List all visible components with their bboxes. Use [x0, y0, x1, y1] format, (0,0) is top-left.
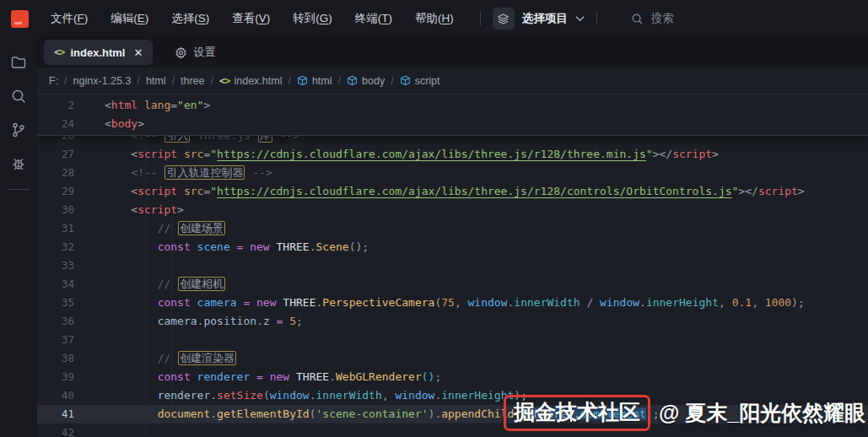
code-text: <body>	[86, 115, 144, 133]
code-token: .	[329, 370, 336, 383]
tab-index-html[interactable]: <> index.html ✕	[44, 40, 153, 65]
code-line-28[interactable]: 28 <!-- 引入轨道控制器 -->	[37, 164, 868, 182]
code-line-39[interactable]: 39 const renderer = new THREE.WebGLRende…	[37, 368, 868, 386]
sidebar-item-source-control[interactable]	[0, 113, 37, 147]
code-token: window	[600, 296, 639, 309]
tab-settings[interactable]: 设置	[164, 40, 225, 65]
code-line-36[interactable]: 36 camera.position.z = 5;	[37, 312, 868, 331]
line-number[interactable]: 38	[37, 349, 86, 368]
line-number[interactable]: 35	[37, 294, 86, 312]
line-number[interactable]: 40	[37, 386, 86, 405]
code-line-34[interactable]: 34 // 创建相机	[37, 275, 868, 294]
code-editor[interactable]: 26 <!-- 引入 Three.js 库 -->27 <script src=…	[37, 94, 868, 437]
line-number[interactable]: 30	[37, 201, 86, 219]
breadcrumb-item-script[interactable]: script	[400, 75, 440, 87]
line-number[interactable]: 37	[37, 331, 86, 349]
line-number[interactable]: 33	[37, 256, 86, 275]
line-number[interactable]: 28	[37, 164, 86, 182]
breadcrumb-label: index.html	[234, 75, 282, 87]
code-token: "en"	[177, 99, 203, 111]
code-token: body	[111, 117, 137, 130]
sidebar-item-search[interactable]	[0, 79, 37, 113]
code-token	[230, 240, 237, 253]
menu-item-3[interactable]: 查看(V)	[224, 7, 278, 30]
code-token: https://cdnjs.cloudflare.com/ajax/libs/t…	[217, 148, 646, 160]
menu-bar: 文件(F)编辑(E)选择(S)查看(V)转到(G)终端(T)帮助(H)	[42, 7, 468, 30]
code-line-37[interactable]: 37	[37, 331, 868, 349]
code-text: renderer.setSize(window.innerWidth, wind…	[86, 386, 527, 405]
code-token: 'scene-container'	[315, 407, 428, 420]
tab-bar: <> index.html ✕ 设置	[37, 37, 868, 67]
breadcrumb-item-nginx1253[interactable]: nginx-1.25.3	[73, 75, 132, 87]
breadcrumb-separator: /	[137, 75, 139, 87]
code-line-30[interactable]: 30 <script>	[37, 201, 868, 219]
titlebar-divider	[480, 12, 481, 25]
code-token: -->	[245, 166, 272, 179]
sidebar-item-explorer[interactable]	[0, 46, 37, 79]
breadcrumb-item-body[interactable]: body	[347, 75, 385, 87]
menu-item-5[interactable]: 终端(T)	[347, 7, 401, 30]
line-number[interactable]: 2	[37, 96, 86, 115]
breadcrumb-item-html[interactable]: html	[146, 75, 166, 87]
code-line-33[interactable]: 33	[37, 256, 868, 275]
project-picker-dropdown[interactable]: 选择项目	[493, 8, 585, 30]
menu-item-0[interactable]: 文件(F)	[42, 7, 96, 30]
breadcrumb-item-html[interactable]: html	[297, 75, 332, 87]
code-token: <	[105, 99, 111, 111]
folder-icon	[10, 54, 27, 71]
code-line-2[interactable]: 2<html lang="en">	[37, 96, 868, 115]
breadcrumb-separator: /	[64, 75, 67, 87]
code-token: THREE	[277, 240, 310, 253]
html-code-icon: <>	[54, 46, 64, 58]
code-token: innerWidth	[514, 296, 580, 309]
code-token: ;	[296, 315, 303, 327]
menu-item-4[interactable]: 转到(G)	[284, 7, 341, 30]
line-number[interactable]: 34	[37, 275, 86, 294]
code-token: new	[270, 370, 289, 383]
code-line-27[interactable]: 27 <script src="https://cdnjs.cloudflare…	[37, 145, 868, 164]
line-number[interactable]: 29	[37, 182, 86, 201]
line-number[interactable]: 39	[37, 368, 86, 386]
breadcrumb-item-indexhtml[interactable]: <>index.html	[219, 75, 282, 87]
code-line-29[interactable]: 29 <script src="https://cdnjs.cloudflare…	[37, 182, 868, 201]
code-token: innerWidth	[316, 389, 382, 402]
global-search-input[interactable]: 搜索	[631, 11, 674, 26]
code-token: <	[131, 148, 137, 160]
line-number[interactable]: 32	[37, 238, 86, 256]
code-text: // 创建场景	[86, 219, 226, 238]
code-token: position	[203, 315, 256, 327]
code-token: 创建场景	[178, 221, 225, 235]
code-token	[105, 148, 131, 160]
code-line-24[interactable]: 24<body>	[37, 115, 868, 133]
code-line-32[interactable]: 32 const scene = new THREE.Scene();	[37, 238, 868, 256]
code-line-35[interactable]: 35 const camera = new THREE.PerspectiveC…	[37, 294, 868, 312]
code-token: https://cdnjs.cloudflare.com/ajax/libs/t…	[217, 185, 731, 197]
line-number[interactable]: 31	[37, 219, 86, 238]
line-number[interactable]: 36	[37, 312, 86, 331]
code-token: .	[310, 389, 316, 402]
code-token: script	[137, 148, 177, 160]
code-token: script	[137, 185, 177, 197]
sidebar-item-debug[interactable]	[0, 147, 37, 181]
code-token: //	[158, 278, 177, 290]
breadcrumb-label: body	[362, 75, 385, 87]
code-text: const camera = new THREE.PerspectiveCame…	[86, 294, 805, 312]
line-number[interactable]: 27	[37, 145, 86, 164]
menu-item-6[interactable]: 帮助(H)	[407, 7, 462, 30]
code-token: 引入轨道控制器	[164, 165, 245, 180]
line-number[interactable]: 42	[37, 424, 86, 437]
code-line-31[interactable]: 31 // 创建场景	[37, 219, 868, 238]
breadcrumb-item-f[interactable]: F:	[49, 75, 58, 87]
close-icon[interactable]: ✕	[133, 46, 143, 59]
line-number[interactable]: 24	[37, 115, 86, 133]
breadcrumb-label: three	[181, 75, 205, 87]
breadcrumb-separator: /	[338, 75, 341, 87]
code-text: const scene = new THREE.Scene();	[86, 238, 369, 256]
app-logo-icon	[11, 10, 29, 28]
line-number[interactable]: 41	[37, 405, 86, 424]
code-token: );	[791, 296, 805, 309]
breadcrumb-item-three[interactable]: three	[181, 75, 205, 87]
code-line-38[interactable]: 38 // 创建渲染器	[37, 349, 868, 368]
menu-item-2[interactable]: 选择(S)	[163, 7, 218, 30]
menu-item-1[interactable]: 编辑(E)	[102, 7, 157, 30]
